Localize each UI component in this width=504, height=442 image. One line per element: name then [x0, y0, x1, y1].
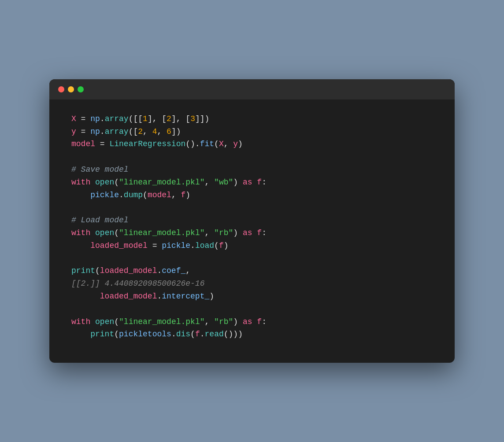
code-editor: X = np.array([[1], [2], [3]]) y = np.arr… — [49, 99, 455, 363]
code-line-save2: pickle.dump(model, f) — [71, 189, 433, 202]
code-line-load1: with open("linear_model.pkl", "rb") as f… — [71, 227, 433, 239]
code-line-2: y = np.array([2, 4, 6]) — [71, 125, 433, 138]
minimize-button[interactable] — [68, 86, 74, 92]
code-line-load2: loaded_model = pickle.load(f) — [71, 239, 433, 252]
code-line-output-val: [[2.]] 4.440892098500626e-16 — [71, 277, 204, 290]
code-line-print1: print(loaded_model.coef_, — [71, 265, 190, 277]
overlap-block: print(loaded_model.coef_, [[2.]] 4.44089… — [71, 265, 433, 290]
code-line-3: model = LinearRegression().fit(X, y) — [71, 138, 433, 151]
code-line-final1: with open("linear_model.pkl", "rb") as f… — [71, 316, 433, 328]
code-line-final2: print(pickletools.dis(f.read())) — [71, 328, 433, 341]
comment-save: # Save model — [71, 163, 433, 176]
code-line-save1: with open("linear_model.pkl", "wb") as f… — [71, 176, 433, 189]
maximize-button[interactable] — [78, 86, 84, 92]
code-line-1: X = np.array([[1], [2], [3]]) — [71, 113, 433, 125]
comment-load: # Load model — [71, 214, 433, 227]
code-window: X = np.array([[1], [2], [3]]) y = np.arr… — [49, 79, 455, 363]
code-line-print2: loaded_model.intercept_) — [71, 290, 433, 303]
titlebar — [49, 79, 455, 99]
close-button[interactable] — [58, 86, 64, 92]
